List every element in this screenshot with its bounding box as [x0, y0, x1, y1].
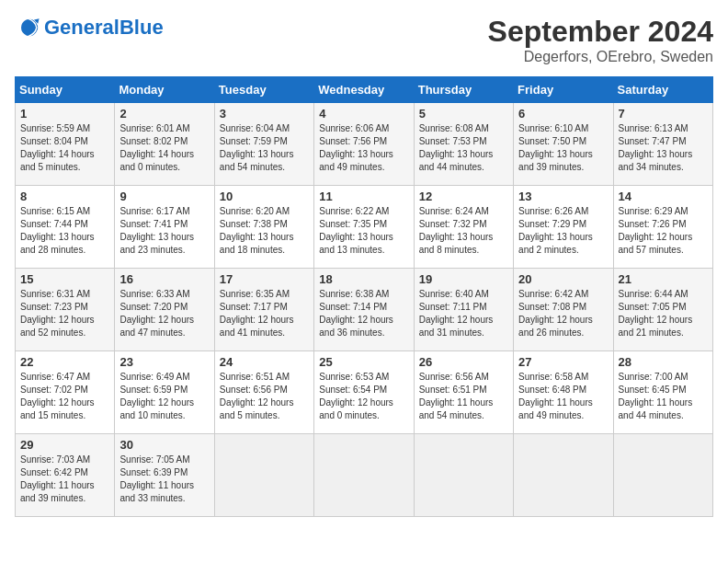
calendar-cell: 6Sunrise: 6:10 AMSunset: 7:50 PMDaylight…	[514, 103, 613, 186]
logo-general: General	[44, 16, 119, 39]
calendar-cell: 10Sunrise: 6:20 AMSunset: 7:38 PMDayligh…	[214, 186, 313, 269]
day-number: 23	[119, 355, 209, 369]
day-info: Sunrise: 6:53 AMSunset: 6:54 PMDaylight:…	[319, 371, 408, 422]
calendar-cell	[314, 434, 414, 517]
logo-icon	[15, 15, 40, 40]
day-info: Sunrise: 6:38 AMSunset: 7:14 PMDaylight:…	[319, 288, 408, 339]
calendar-cell: 29Sunrise: 7:03 AMSunset: 6:42 PMDayligh…	[16, 434, 115, 517]
day-number: 9	[119, 190, 209, 203]
calendar-cell: 26Sunrise: 6:56 AMSunset: 6:51 PMDayligh…	[414, 351, 513, 434]
day-number: 5	[419, 107, 508, 121]
calendar-cell: 24Sunrise: 6:51 AMSunset: 6:56 PMDayligh…	[214, 351, 313, 434]
day-info: Sunrise: 6:26 AMSunset: 7:29 PMDaylight:…	[518, 205, 608, 257]
day-info: Sunrise: 6:13 AMSunset: 7:47 PMDaylight:…	[619, 122, 708, 174]
calendar-cell: 22Sunrise: 6:47 AMSunset: 7:02 PMDayligh…	[16, 351, 115, 434]
calendar-cell: 16Sunrise: 6:33 AMSunset: 7:20 PMDayligh…	[115, 269, 214, 351]
day-number: 6	[518, 107, 608, 121]
day-number: 18	[319, 272, 408, 286]
calendar-cell: 27Sunrise: 6:58 AMSunset: 6:48 PMDayligh…	[514, 351, 613, 434]
day-info: Sunrise: 6:29 AMSunset: 7:26 PMDaylight:…	[619, 205, 708, 257]
day-info: Sunrise: 7:05 AMSunset: 6:39 PMDaylight:…	[119, 454, 209, 505]
column-header-thursday: Thursday	[414, 77, 513, 103]
day-number: 20	[518, 272, 608, 286]
calendar-cell: 9Sunrise: 6:17 AMSunset: 7:41 PMDaylight…	[115, 186, 214, 269]
day-info: Sunrise: 6:01 AMSunset: 8:02 PMDaylight:…	[119, 122, 209, 174]
day-number: 22	[20, 355, 109, 369]
day-number: 24	[220, 355, 309, 369]
day-number: 7	[619, 107, 708, 121]
day-info: Sunrise: 6:17 AMSunset: 7:41 PMDaylight:…	[119, 205, 209, 257]
day-number: 10	[220, 190, 309, 203]
calendar-cell: 3Sunrise: 6:04 AMSunset: 7:59 PMDaylight…	[214, 103, 313, 186]
calendar-cell: 1Sunrise: 5:59 AMSunset: 8:04 PMDaylight…	[16, 103, 115, 186]
day-number: 21	[619, 272, 708, 286]
column-header-monday: Monday	[115, 77, 214, 103]
day-info: Sunrise: 6:56 AMSunset: 6:51 PMDaylight:…	[419, 371, 508, 422]
calendar-cell: 30Sunrise: 7:05 AMSunset: 6:39 PMDayligh…	[115, 434, 214, 517]
day-number: 4	[319, 107, 408, 121]
day-info: Sunrise: 6:35 AMSunset: 7:17 PMDaylight:…	[220, 288, 309, 339]
day-info: Sunrise: 6:24 AMSunset: 7:32 PMDaylight:…	[419, 205, 508, 257]
day-info: Sunrise: 6:22 AMSunset: 7:35 PMDaylight:…	[319, 205, 408, 257]
calendar-cell	[414, 434, 513, 517]
column-header-wednesday: Wednesday	[314, 77, 414, 103]
logo: GeneralBlue	[15, 15, 164, 40]
title-area: September 2024 Degerfors, OErebro, Swede…	[488, 15, 713, 65]
calendar-cell: 15Sunrise: 6:31 AMSunset: 7:23 PMDayligh…	[16, 269, 115, 351]
day-number: 12	[419, 190, 508, 203]
column-header-friday: Friday	[514, 77, 613, 103]
calendar-row: 1Sunrise: 5:59 AMSunset: 8:04 PMDaylight…	[16, 103, 713, 186]
day-info: Sunrise: 6:44 AMSunset: 7:05 PMDaylight:…	[619, 288, 708, 339]
day-number: 1	[20, 107, 109, 121]
day-info: Sunrise: 6:47 AMSunset: 7:02 PMDaylight:…	[20, 371, 109, 422]
calendar-cell: 18Sunrise: 6:38 AMSunset: 7:14 PMDayligh…	[314, 269, 414, 351]
day-number: 30	[119, 438, 209, 452]
calendar-cell	[514, 434, 613, 517]
calendar-cell: 4Sunrise: 6:06 AMSunset: 7:56 PMDaylight…	[314, 103, 414, 186]
day-info: Sunrise: 6:33 AMSunset: 7:20 PMDaylight:…	[119, 288, 209, 339]
calendar-cell: 8Sunrise: 6:15 AMSunset: 7:44 PMDaylight…	[16, 186, 115, 269]
day-number: 13	[518, 190, 608, 203]
day-number: 14	[619, 190, 708, 203]
day-info: Sunrise: 6:15 AMSunset: 7:44 PMDaylight:…	[20, 205, 109, 257]
calendar-cell: 13Sunrise: 6:26 AMSunset: 7:29 PMDayligh…	[514, 186, 613, 269]
column-header-saturday: Saturday	[613, 77, 712, 103]
calendar-row: 15Sunrise: 6:31 AMSunset: 7:23 PMDayligh…	[16, 269, 713, 351]
calendar-row: 8Sunrise: 6:15 AMSunset: 7:44 PMDaylight…	[16, 186, 713, 269]
day-info: Sunrise: 6:40 AMSunset: 7:11 PMDaylight:…	[419, 288, 508, 339]
calendar-row: 29Sunrise: 7:03 AMSunset: 6:42 PMDayligh…	[16, 434, 713, 517]
day-number: 15	[20, 272, 109, 286]
day-info: Sunrise: 5:59 AMSunset: 8:04 PMDaylight:…	[20, 122, 109, 174]
day-info: Sunrise: 6:04 AMSunset: 7:59 PMDaylight:…	[220, 122, 309, 174]
month-title: September 2024	[488, 15, 713, 49]
day-number: 27	[518, 355, 608, 369]
day-info: Sunrise: 7:00 AMSunset: 6:45 PMDaylight:…	[619, 371, 708, 422]
day-info: Sunrise: 6:49 AMSunset: 6:59 PMDaylight:…	[119, 371, 209, 422]
calendar-cell: 17Sunrise: 6:35 AMSunset: 7:17 PMDayligh…	[214, 269, 313, 351]
column-header-tuesday: Tuesday	[214, 77, 313, 103]
calendar-cell: 23Sunrise: 6:49 AMSunset: 6:59 PMDayligh…	[115, 351, 214, 434]
logo-blue: Blue	[119, 16, 164, 39]
calendar-cell: 2Sunrise: 6:01 AMSunset: 8:02 PMDaylight…	[115, 103, 214, 186]
day-number: 3	[220, 107, 309, 121]
day-number: 29	[20, 438, 109, 452]
day-number: 8	[20, 190, 109, 203]
day-info: Sunrise: 6:31 AMSunset: 7:23 PMDaylight:…	[20, 288, 109, 339]
calendar-cell: 21Sunrise: 6:44 AMSunset: 7:05 PMDayligh…	[613, 269, 712, 351]
location: Degerfors, OErebro, Sweden	[488, 49, 713, 65]
day-info: Sunrise: 7:03 AMSunset: 6:42 PMDaylight:…	[20, 454, 109, 505]
calendar-cell	[613, 434, 712, 517]
calendar-header: SundayMondayTuesdayWednesdayThursdayFrid…	[16, 77, 713, 103]
day-number: 26	[419, 355, 508, 369]
day-info: Sunrise: 6:10 AMSunset: 7:50 PMDaylight:…	[518, 122, 608, 174]
calendar-cell: 7Sunrise: 6:13 AMSunset: 7:47 PMDaylight…	[613, 103, 712, 186]
calendar-cell: 20Sunrise: 6:42 AMSunset: 7:08 PMDayligh…	[514, 269, 613, 351]
day-info: Sunrise: 6:51 AMSunset: 6:56 PMDaylight:…	[220, 371, 309, 422]
day-number: 17	[220, 272, 309, 286]
column-header-sunday: Sunday	[16, 77, 115, 103]
day-number: 2	[119, 107, 209, 121]
calendar-row: 22Sunrise: 6:47 AMSunset: 7:02 PMDayligh…	[16, 351, 713, 434]
day-number: 16	[119, 272, 209, 286]
calendar-cell: 11Sunrise: 6:22 AMSunset: 7:35 PMDayligh…	[314, 186, 414, 269]
day-number: 25	[319, 355, 408, 369]
